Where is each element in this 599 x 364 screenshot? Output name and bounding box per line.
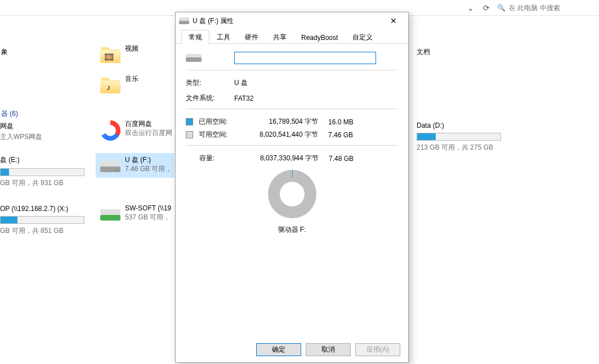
dialog-tabs: 常规 工具 硬件 共享 ReadyBoost 自定义 (176, 29, 408, 44)
usage-bar (417, 133, 501, 141)
type-value: U 盘 (234, 78, 398, 88)
folder-documents[interactable]: 文档 (417, 47, 430, 57)
drive-sub: GB 可用，共 931 GB (0, 178, 84, 188)
used-space-row: 已用空间: 16,789,504 字节 16.0 MB (186, 117, 398, 127)
search-icon: 🔍 (494, 4, 508, 12)
folder-label: 视频 (125, 43, 138, 53)
drive-sub: 213 GB 可用，共 275 GB (417, 143, 501, 152)
drive-icon (186, 53, 202, 63)
used-label: 已用空间: (199, 117, 244, 127)
dialog-buttons: 确定 取消 应用(A) (176, 336, 408, 362)
capacity-bytes: 8,037,330,944 字节 (244, 154, 329, 163)
free-bytes: 8,020,541,440 字节 (244, 130, 328, 140)
drive-e[interactable]: 盘 (E:) GB 可用，共 931 GB (0, 155, 84, 188)
folder-music[interactable]: ♪ 音乐 (98, 73, 138, 98)
dialog-title: U 盘 (F:) 属性 (193, 16, 382, 26)
filesystem-value: FAT32 (234, 95, 398, 102)
folder-videos[interactable]: 🎞️ 视频 (98, 43, 138, 68)
folder-icon: 🎞️ (100, 47, 120, 63)
properties-dialog: U 盘 (F:) 属性 ✕ 常规 工具 硬件 共享 ReadyBoost 自定义… (175, 12, 409, 363)
drive-wps[interactable]: 网盘 主入WPS网盘 (0, 122, 42, 142)
usage-fill (1, 169, 9, 176)
drive-d[interactable]: Data (D:) 213 GB 可用，共 275 GB (417, 122, 501, 152)
close-button[interactable]: ✕ (382, 13, 405, 29)
dropdown-icon[interactable]: ⌄ (463, 0, 479, 16)
free-swatch-icon (186, 131, 193, 138)
usage-bar (0, 216, 84, 224)
tab-hardware[interactable]: 硬件 (238, 30, 266, 44)
capacity-label: 容量: (199, 154, 244, 163)
section-header-devices[interactable]: 器 (6) (1, 109, 18, 119)
tab-sharing[interactable]: 共享 (266, 30, 294, 44)
type-label: 类型: (186, 78, 234, 88)
network-drive-icon (100, 208, 120, 222)
drive-baidu[interactable]: 百度网盘双击运行百度网 (98, 118, 172, 143)
donut-icon (268, 170, 316, 218)
drive-title: 网盘 (0, 122, 42, 131)
used-bytes: 16,789,504 字节 (244, 117, 328, 127)
drive-x[interactable]: OP (\\192.168.2.7) (X:) GB 可用，共 851 GB (0, 205, 84, 236)
capacity-row: 容量: 8,037,330,944 字节 7.48 GB (186, 154, 398, 163)
usage-bar (0, 168, 84, 176)
drive-title: 盘 (E:) (0, 155, 84, 165)
tab-readyboost[interactable]: ReadyBoost (294, 30, 345, 44)
divider (186, 70, 398, 70)
refresh-icon[interactable]: ⟳ (479, 0, 494, 16)
free-space-row: 可用空间: 8,020,541,440 字节 7.46 GB (186, 130, 398, 140)
drive-caption: 驱动器 F: (278, 225, 306, 235)
folder-label: 音乐 (125, 73, 138, 83)
drive-title: 百度网盘 (125, 118, 172, 128)
drive-title: OP (\\192.168.2.7) (X:) (0, 205, 84, 213)
filesystem-label: 文件系统: (186, 93, 234, 103)
section-header-objects: 象 (1, 47, 8, 57)
usage-fill (1, 217, 17, 223)
drive-title: SW-SOFT (\\19 (125, 203, 171, 213)
drive-sub: 7.46 GB 可用， (125, 164, 172, 173)
used-swatch-icon (186, 118, 193, 125)
divider (186, 145, 398, 146)
apply-button: 应用(A) (355, 343, 400, 356)
tab-custom[interactable]: 自定义 (345, 30, 380, 44)
free-label: 可用空间: (199, 130, 244, 140)
baidu-icon (100, 120, 120, 141)
divider (186, 109, 398, 109)
usage-fill (417, 133, 436, 140)
drive-f[interactable]: U 盘 (F:) 7.46 GB 可用， (98, 154, 172, 179)
tab-tools[interactable]: 工具 (209, 30, 238, 44)
search-box[interactable]: 🔍 (494, 2, 597, 14)
capacity-size: 7.48 GB (329, 155, 363, 163)
drive-title: U 盘 (F:) (125, 154, 172, 164)
dialog-body: 类型:U 盘 文件系统:FAT32 已用空间: 16,789,504 字节 16… (176, 44, 408, 242)
drive-sub: 主入WPS网盘 (0, 132, 42, 142)
ok-button[interactable]: 确定 (256, 343, 301, 356)
cancel-button[interactable]: 取消 (306, 343, 351, 356)
volume-name-input[interactable] (234, 52, 376, 64)
usage-chart: 驱动器 F: (186, 170, 398, 235)
drive-title: Data (D:) (417, 122, 501, 129)
search-input[interactable] (508, 3, 597, 12)
drive-swsoft[interactable]: SW-SOFT (\\19 537 GB 可用， (98, 203, 171, 227)
drive-sub: 双击运行百度网 (125, 128, 172, 137)
dialog-titlebar[interactable]: U 盘 (F:) 属性 ✕ (176, 12, 408, 29)
folder-icon: ♪ (100, 78, 120, 93)
drive-icon (100, 160, 120, 173)
drive-icon (179, 17, 189, 24)
drive-sub: 537 GB 可用， (125, 213, 171, 222)
used-size: 16.0 MB (328, 118, 362, 126)
drive-sub: GB 可用，共 851 GB (0, 226, 84, 236)
tab-general[interactable]: 常规 (181, 30, 209, 44)
free-size: 7.46 GB (328, 131, 362, 139)
